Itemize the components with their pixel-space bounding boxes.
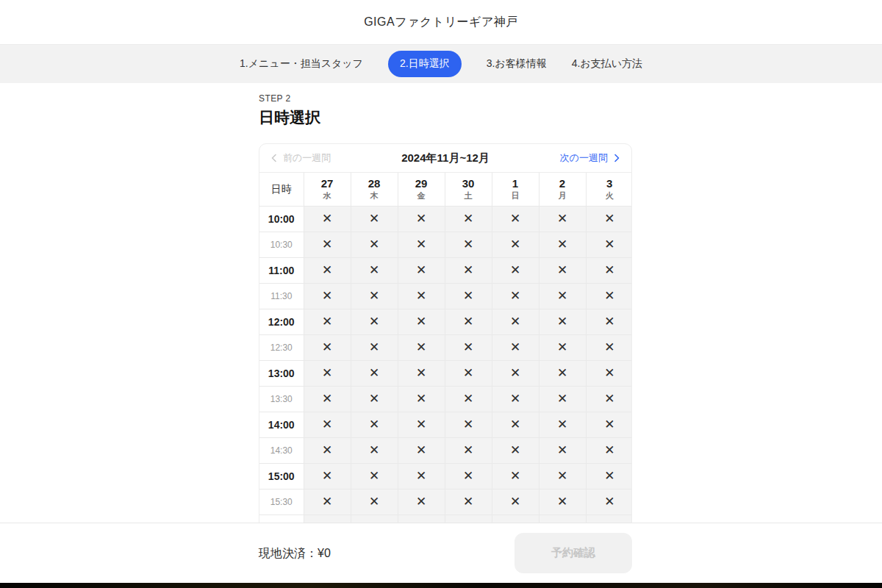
slot-unavailable-cell: ✕ — [586, 412, 632, 437]
timeslot-table: 日時27水28木29金30土1日2月3火 10:00✕✕✕✕✕✕✕10:30✕✕… — [259, 173, 632, 541]
time-label-cell: 11:30 — [259, 283, 304, 309]
slot-unavailable-cell: ✕ — [398, 334, 445, 360]
slot-unavailable-cell: ✕ — [445, 463, 492, 489]
slot-unavailable-cell: ✕ — [586, 437, 632, 463]
slot-unavailable-cell: ✕ — [586, 257, 632, 283]
slot-unavailable-cell: ✕ — [398, 309, 445, 334]
time-label-cell: 14:00 — [259, 412, 304, 437]
slot-unavailable-cell: ✕ — [398, 412, 445, 437]
day-header-cell: 3火 — [586, 173, 632, 206]
timeslot-row: 14:30✕✕✕✕✕✕✕ — [259, 437, 632, 463]
confirm-reservation-button[interactable]: 予約確認 — [514, 533, 632, 573]
timeslot-row: 11:00✕✕✕✕✕✕✕ — [259, 257, 632, 283]
timeslot-row: 13:00✕✕✕✕✕✕✕ — [259, 360, 632, 386]
slot-unavailable-cell: ✕ — [445, 412, 492, 437]
slot-unavailable-cell: ✕ — [445, 206, 492, 232]
slot-unavailable-cell: ✕ — [539, 437, 586, 463]
slot-unavailable-cell: ✕ — [492, 283, 539, 309]
slot-unavailable-cell: ✕ — [398, 463, 445, 489]
slot-unavailable-cell: ✕ — [304, 489, 351, 514]
slot-unavailable-cell: ✕ — [586, 386, 632, 412]
slot-unavailable-cell: ✕ — [351, 463, 398, 489]
payment-total: 現地決済：¥0 — [259, 523, 331, 584]
time-label-cell: 12:00 — [259, 309, 304, 334]
slot-unavailable-cell: ✕ — [445, 232, 492, 257]
slot-unavailable-cell: ✕ — [539, 232, 586, 257]
slot-unavailable-cell: ✕ — [304, 463, 351, 489]
day-header-cell: 1日 — [492, 173, 539, 206]
slot-unavailable-cell: ✕ — [539, 489, 586, 514]
slot-unavailable-cell: ✕ — [586, 206, 632, 232]
slot-unavailable-cell: ✕ — [539, 309, 586, 334]
slot-unavailable-cell: ✕ — [492, 309, 539, 334]
slot-unavailable-cell: ✕ — [351, 206, 398, 232]
page-title: 日時選択 — [259, 107, 632, 128]
slot-unavailable-cell: ✕ — [351, 309, 398, 334]
slot-unavailable-cell: ✕ — [492, 360, 539, 386]
timeslot-row: 10:30✕✕✕✕✕✕✕ — [259, 232, 632, 257]
slot-unavailable-cell: ✕ — [586, 489, 632, 514]
footer-bar: 現地決済：¥0 予約確認 — [0, 523, 882, 583]
timeslot-row: 11:30✕✕✕✕✕✕✕ — [259, 283, 632, 309]
slot-unavailable-cell: ✕ — [304, 360, 351, 386]
slot-unavailable-cell: ✕ — [492, 489, 539, 514]
time-label-cell: 15:00 — [259, 463, 304, 489]
next-week-label: 次の一週間 — [560, 151, 608, 165]
slot-unavailable-cell: ✕ — [398, 489, 445, 514]
slot-unavailable-cell: ✕ — [398, 206, 445, 232]
app-header: GIGAファクトリーギア神戸 — [0, 0, 882, 44]
step-item-3[interactable]: 3.お客様情報 — [487, 57, 547, 71]
timeslot-table-body: 10:00✕✕✕✕✕✕✕10:30✕✕✕✕✕✕✕11:00✕✕✕✕✕✕✕11:3… — [259, 206, 632, 540]
slot-unavailable-cell: ✕ — [304, 232, 351, 257]
slot-unavailable-cell: ✕ — [586, 309, 632, 334]
desktop-wallpaper-strip — [0, 583, 882, 588]
slot-unavailable-cell: ✕ — [445, 386, 492, 412]
slot-unavailable-cell: ✕ — [304, 309, 351, 334]
slot-unavailable-cell: ✕ — [351, 489, 398, 514]
slot-unavailable-cell: ✕ — [304, 412, 351, 437]
slot-unavailable-cell: ✕ — [492, 437, 539, 463]
slot-unavailable-cell: ✕ — [492, 257, 539, 283]
slot-unavailable-cell: ✕ — [539, 360, 586, 386]
slot-unavailable-cell: ✕ — [492, 232, 539, 257]
day-header-cell: 30土 — [445, 173, 492, 206]
timeslot-row: 13:30✕✕✕✕✕✕✕ — [259, 386, 632, 412]
slot-unavailable-cell: ✕ — [586, 283, 632, 309]
slot-unavailable-cell: ✕ — [445, 489, 492, 514]
slot-unavailable-cell: ✕ — [586, 334, 632, 360]
week-range-label: 2024年11月~12月 — [331, 151, 559, 165]
timeslot-row: 14:00✕✕✕✕✕✕✕ — [259, 412, 632, 437]
slot-unavailable-cell: ✕ — [304, 334, 351, 360]
slot-unavailable-cell: ✕ — [398, 360, 445, 386]
slot-unavailable-cell: ✕ — [398, 386, 445, 412]
timeslot-row: 15:30✕✕✕✕✕✕✕ — [259, 489, 632, 514]
slot-unavailable-cell: ✕ — [492, 463, 539, 489]
prev-week-button[interactable]: 前の一週間 — [270, 151, 331, 165]
slot-unavailable-cell: ✕ — [492, 334, 539, 360]
next-week-button[interactable]: 次の一週間 — [560, 151, 621, 165]
step-bar: 1.メニュー・担当スタッフ2.日時選択3.お客様情報4.お支払い方法 — [0, 44, 882, 83]
step-item-4[interactable]: 4.お支払い方法 — [572, 57, 642, 71]
time-label-cell: 11:00 — [259, 257, 304, 283]
slot-unavailable-cell: ✕ — [398, 437, 445, 463]
slot-unavailable-cell: ✕ — [539, 412, 586, 437]
slot-unavailable-cell: ✕ — [445, 257, 492, 283]
slot-unavailable-cell: ✕ — [539, 283, 586, 309]
slot-unavailable-cell: ✕ — [445, 309, 492, 334]
time-label-cell: 13:00 — [259, 360, 304, 386]
slot-unavailable-cell: ✕ — [398, 232, 445, 257]
slot-unavailable-cell: ✕ — [492, 386, 539, 412]
step-item-2[interactable]: 2.日時選択 — [388, 51, 462, 77]
slot-unavailable-cell: ✕ — [586, 463, 632, 489]
step-item-1[interactable]: 1.メニュー・担当スタッフ — [240, 57, 363, 71]
day-header-cell: 2月 — [539, 173, 586, 206]
week-nav: 前の一週間 2024年11月~12月 次の一週間 — [259, 144, 631, 173]
step-label: STEP 2 — [259, 93, 632, 104]
time-label-cell: 13:30 — [259, 386, 304, 412]
slot-unavailable-cell: ✕ — [304, 386, 351, 412]
slot-unavailable-cell: ✕ — [304, 283, 351, 309]
timeslot-row: 12:30✕✕✕✕✕✕✕ — [259, 334, 632, 360]
slot-unavailable-cell: ✕ — [445, 437, 492, 463]
slot-unavailable-cell: ✕ — [351, 283, 398, 309]
slot-unavailable-cell: ✕ — [539, 463, 586, 489]
